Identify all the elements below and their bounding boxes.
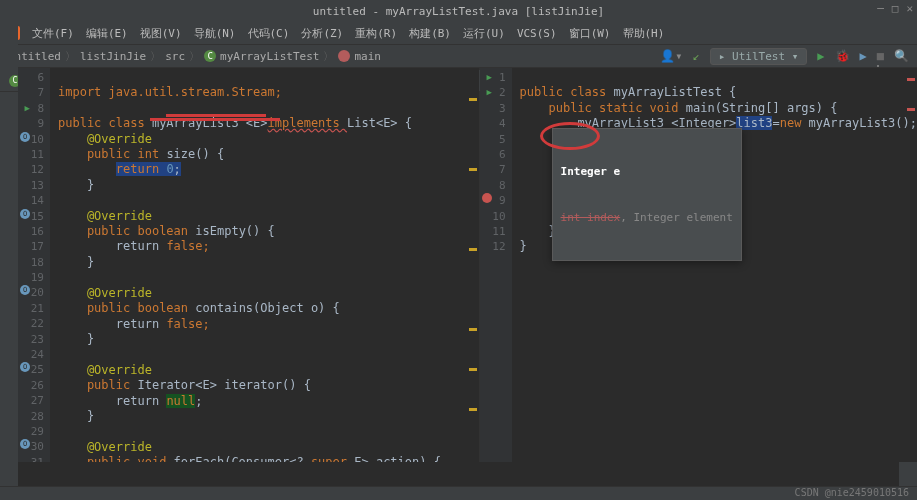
build-icon[interactable]: ↙ [693, 49, 700, 63]
menu-view[interactable]: 视图(V) [136, 24, 186, 43]
menu-analyze[interactable]: 分析(Z) [297, 24, 347, 43]
run-config-dropdown[interactable]: ▸ UtilTest ▾ [710, 48, 807, 65]
menu-vcs[interactable]: VCS(S) [513, 25, 561, 42]
right-gutter: 1▶ 2▶ 3456 78 9 101112 [480, 68, 512, 462]
left-gutter: 67 8▶ 9 10O 11121314 15O 16171819 20O 21… [18, 68, 50, 462]
add-config-icon[interactable]: 👤▾ [660, 49, 682, 63]
menu-code[interactable]: 代码(C) [244, 24, 294, 43]
override-icon[interactable]: O [20, 362, 30, 372]
left-code-area[interactable]: import java.util.stream.Stream; public c… [50, 68, 479, 462]
minimize-icon[interactable]: ─ [877, 2, 884, 15]
main-menubar: 文件(F) 编辑(E) 视图(V) 导航(N) 代码(C) 分析(Z) 重构(R… [0, 22, 917, 44]
close-icon[interactable]: ✕ [906, 2, 913, 15]
menu-file[interactable]: 文件(F) [28, 24, 78, 43]
bc-folder[interactable]: listJinJie [80, 50, 146, 63]
stop-icon[interactable]: ■ [877, 49, 884, 63]
method-icon [338, 50, 350, 62]
run-gutter-icon[interactable]: ▶ [482, 70, 492, 80]
override-icon[interactable]: O [20, 209, 30, 219]
search-icon[interactable]: 🔍 [894, 49, 909, 63]
maximize-icon[interactable]: □ [892, 2, 899, 15]
error-gutter-icon[interactable] [482, 193, 492, 203]
menu-navigate[interactable]: 导航(N) [190, 24, 240, 43]
breadcrumb: untitled〉 listJinJie〉 src〉 C myArrayList… [8, 49, 381, 64]
menu-help[interactable]: 帮助(H) [619, 24, 669, 43]
override-icon[interactable]: O [20, 439, 30, 449]
run-icon[interactable]: ▶ [817, 49, 824, 63]
override-icon[interactable]: O [20, 285, 30, 295]
red-underline-annotation [166, 114, 266, 117]
debug-icon[interactable]: 🐞 [835, 49, 850, 63]
menu-run[interactable]: 运行(U) [459, 24, 509, 43]
editor-pane-right: CmyArrayListTest.java× ●2 ^ ⋮ 1▶ 2▶ 3456… [480, 68, 917, 462]
right-marker-bar[interactable] [905, 68, 915, 462]
left-marker-bar[interactable] [467, 68, 477, 462]
bc-src[interactable]: src [165, 50, 185, 63]
editor-pane-left: CmyArrayList3.java× CmyArrayListTest.jav… [0, 68, 480, 462]
bc-method[interactable]: main [354, 50, 381, 63]
window-titlebar: untitled - myArrayListTest.java [listJin… [0, 0, 917, 22]
class-icon: C [204, 50, 216, 62]
param-signature-alt: int index, Integer element [561, 210, 733, 225]
run-gutter-icon[interactable]: ▶ [20, 101, 30, 111]
menu-refactor[interactable]: 重构(R) [351, 24, 401, 43]
coverage-icon[interactable]: ▶ [860, 49, 867, 63]
bottom-toolbar [0, 486, 917, 500]
bc-class[interactable]: myArrayListTest [220, 50, 319, 63]
run-gutter-icon[interactable]: ▶ [482, 85, 492, 95]
red-circle-annotation [540, 122, 600, 150]
watermark-text: CSDN @nie2459010516 [795, 487, 909, 498]
window-title: untitled - myArrayListTest.java [listJin… [313, 5, 604, 18]
param-signature-active: Integer e [561, 164, 733, 179]
red-underline-annotation [150, 118, 280, 121]
menu-build[interactable]: 构建(B) [405, 24, 455, 43]
override-icon[interactable]: O [20, 132, 30, 142]
menu-edit[interactable]: 编辑(E) [82, 24, 132, 43]
right-code-area[interactable]: public class myArrayListTest { public st… [512, 68, 917, 462]
menu-window[interactable]: 窗口(W) [565, 24, 615, 43]
navigation-toolbar: untitled〉 listJinJie〉 src〉 C myArrayList… [0, 44, 917, 68]
